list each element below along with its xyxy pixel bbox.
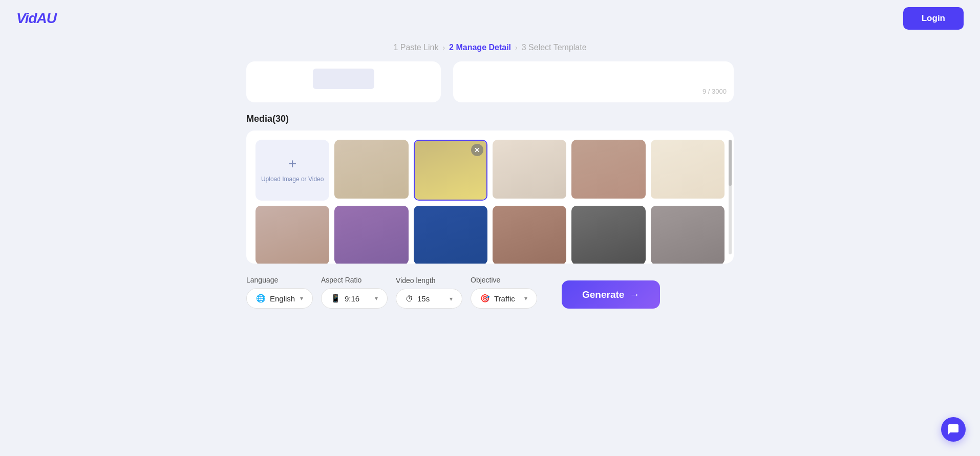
logo: VidAU — [16, 10, 56, 27]
upload-cell[interactable]: + Upload Image or Video — [255, 140, 329, 201]
char-counter: 9 / 3000 — [702, 88, 727, 95]
aspect-ratio-group: Aspect Ratio 📱 9:16 ▾ — [321, 276, 388, 309]
media-thumb-4[interactable] — [571, 140, 645, 201]
aspect-ratio-label: Aspect Ratio — [321, 276, 388, 284]
thumb-image-5 — [651, 140, 725, 199]
media-thumb-11[interactable] — [651, 206, 725, 264]
video-length-label: Video length — [396, 276, 462, 285]
generate-label: Generate — [582, 289, 624, 300]
card-left — [246, 61, 441, 102]
aspect-ratio-value: 9:16 — [345, 294, 359, 303]
scrollbar-thumb — [729, 140, 732, 186]
language-select[interactable]: 🌐 English ▾ — [246, 288, 313, 309]
objective-chevron: ▾ — [524, 295, 527, 302]
media-thumb-9[interactable] — [493, 206, 566, 264]
upload-label: Upload Image or Video — [261, 175, 324, 184]
media-thumb-3[interactable] — [493, 140, 566, 201]
media-thumb-5[interactable] — [651, 140, 725, 201]
language-group: Language 🌐 English ▾ — [246, 276, 313, 309]
media-thumb-8[interactable] — [414, 206, 487, 264]
clock-icon: ⏱ — [406, 294, 413, 303]
phone-icon: 📱 — [331, 294, 340, 303]
generate-button[interactable]: Generate → — [562, 280, 660, 309]
login-button[interactable]: Login — [903, 7, 964, 30]
thumb-image-10 — [571, 206, 645, 264]
thumb-image-7 — [334, 206, 408, 264]
card-right: 9 / 3000 — [453, 61, 734, 102]
card-left-inner — [313, 69, 374, 89]
media-thumb-1[interactable] — [334, 140, 408, 201]
objective-select[interactable]: 🎯 Traffic ▾ — [471, 288, 537, 309]
media-title: Media(30) — [246, 114, 734, 124]
thumb-image-6 — [255, 206, 329, 264]
step2-label: 2 Manage Detail — [449, 43, 511, 52]
chat-bubble[interactable] — [941, 417, 966, 442]
thumb-image-11 — [651, 206, 725, 264]
globe-icon: 🌐 — [256, 294, 266, 303]
media-thumb-6[interactable] — [255, 206, 329, 264]
video-length-value: 15s — [417, 294, 430, 303]
language-chevron: ▾ — [300, 295, 303, 302]
objective-value: Traffic — [494, 294, 515, 303]
main-content: 9 / 3000 Media(30) + Upload Image or Vid… — [234, 61, 746, 317]
plus-icon: + — [288, 157, 296, 171]
step2-arrow: › — [515, 44, 518, 52]
video-length-chevron: ▾ — [450, 295, 453, 302]
bottom-controls: Language 🌐 English ▾ Aspect Ratio 📱 9:16… — [246, 264, 734, 317]
thumb-image-1 — [334, 140, 408, 199]
objective-label: Objective — [471, 276, 537, 284]
aspect-ratio-chevron: ▾ — [375, 295, 378, 302]
step1-arrow: › — [442, 44, 445, 52]
thumb-image-9 — [493, 206, 566, 264]
chat-icon — [947, 423, 960, 436]
close-thumb-2[interactable]: ✕ — [471, 144, 483, 156]
media-container: + Upload Image or Video ✕ — [246, 131, 734, 264]
step1-label: 1 Paste Link — [393, 43, 438, 52]
thumb-image-8 — [414, 206, 487, 264]
header: VidAU Login — [0, 0, 980, 37]
media-grid: + Upload Image or Video ✕ — [255, 140, 725, 264]
media-thumb-10[interactable] — [571, 206, 645, 264]
media-scrollbar[interactable] — [729, 140, 732, 254]
media-thumb-7[interactable] — [334, 206, 408, 264]
generate-arrow: → — [629, 289, 640, 300]
thumb-image-4 — [571, 140, 645, 199]
stepper: 1 Paste Link › 2 Manage Detail › 3 Selec… — [0, 37, 980, 61]
video-length-select[interactable]: ⏱ 15s ▾ — [396, 289, 462, 309]
thumb-image-3 — [493, 140, 566, 199]
top-cards: 9 / 3000 — [246, 61, 734, 102]
media-thumb-2[interactable]: ✕ — [414, 140, 487, 201]
language-label: Language — [246, 276, 313, 284]
language-value: English — [270, 294, 295, 303]
aspect-ratio-select[interactable]: 📱 9:16 ▾ — [321, 288, 388, 309]
step3-label: 3 Select Template — [522, 43, 587, 52]
target-icon: 🎯 — [480, 294, 490, 303]
objective-group: Objective 🎯 Traffic ▾ — [471, 276, 537, 309]
video-length-group: Video length ⏱ 15s ▾ — [396, 276, 462, 309]
